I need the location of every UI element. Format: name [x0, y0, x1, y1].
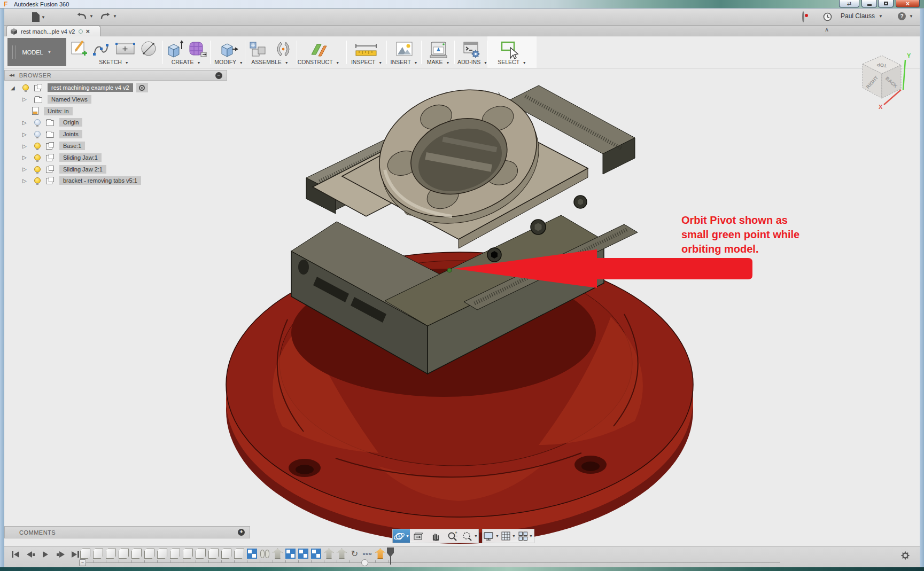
ribbon-group-insert[interactable]: INSERT ▼ — [391, 59, 418, 65]
timeline-feature-component[interactable] — [234, 549, 244, 559]
browser-item[interactable]: ▷Origin — [22, 117, 82, 128]
extrude-button[interactable] — [166, 40, 184, 61]
activate-component-radio[interactable] — [136, 83, 148, 92]
timeline-feature-group[interactable]: ooo — [362, 549, 372, 559]
expander-expanded-icon[interactable]: ◢ — [11, 85, 17, 91]
fit-button[interactable]: ▼ — [461, 529, 478, 543]
pan-button[interactable] — [427, 529, 444, 543]
zoom-button[interactable]: + − — [444, 529, 461, 543]
expander-collapsed-icon[interactable]: ▷ — [22, 143, 29, 149]
expander-collapsed-icon[interactable]: ▷ — [22, 178, 29, 184]
step-back-button[interactable] — [26, 550, 35, 559]
browser-header[interactable]: ◀◀ BROWSER − — [4, 70, 227, 81]
timeline-zoom-button[interactable] — [361, 559, 368, 566]
browser-item-label[interactable]: Base:1 — [59, 142, 85, 150]
record-button[interactable] — [802, 12, 804, 22]
new-component-button[interactable] — [249, 41, 267, 60]
user-menu[interactable]: Paul Clauss ▼ — [841, 12, 883, 20]
timeline-feature-component[interactable] — [144, 549, 154, 559]
timeline-feature-extrude[interactable] — [273, 549, 283, 559]
file-menu-button[interactable]: ▼ — [32, 12, 45, 22]
timeline-feature-circular-pattern[interactable]: ↻ — [350, 549, 360, 559]
expander-collapsed-icon[interactable]: ▷ — [22, 96, 29, 102]
timeline-track[interactable] — [80, 562, 780, 563]
comments-panel[interactable]: COMMENTS + — [4, 526, 250, 538]
ribbon-group-inspect[interactable]: INSPECT ▼ — [351, 59, 382, 65]
step-forward-button[interactable] — [56, 550, 65, 559]
ribbon-group-make[interactable]: MAKE ▼ — [427, 59, 450, 65]
visibility-bulb-icon[interactable] — [34, 143, 41, 149]
history-button[interactable] — [823, 12, 832, 24]
minimize-button[interactable] — [861, 0, 877, 7]
visibility-bulb-icon[interactable] — [22, 84, 29, 91]
browser-item-label[interactable]: Sliding Jaw:1 — [59, 153, 102, 162]
expander-collapsed-icon[interactable]: ▷ — [22, 154, 29, 160]
help-menu[interactable]: ? ▼ — [898, 12, 913, 20]
timeline-feature-joint[interactable] — [260, 549, 270, 559]
collapse-toolbar-chevron[interactable]: ∧ — [825, 26, 829, 33]
ribbon-group-assemble[interactable]: ASSEMBLE ▼ — [251, 59, 288, 65]
timeline-scrub-handle[interactable]: − — [79, 559, 86, 566]
visibility-bulb-icon[interactable] — [34, 154, 41, 161]
browser-item-label[interactable]: Named Views — [48, 95, 91, 104]
browser-item[interactable]: ◢rest machining example v4 v2 — [11, 82, 148, 93]
go-to-start-button[interactable] — [11, 550, 20, 559]
timeline-feature-component[interactable] — [183, 549, 193, 559]
timeline-feature-insert[interactable] — [298, 549, 308, 559]
browser-item[interactable]: ▷Named Views — [22, 94, 91, 105]
collapse-panel-icon[interactable]: ◀◀ — [9, 73, 14, 77]
timeline-feature-component[interactable] — [131, 549, 142, 559]
swap-windows-button[interactable]: ⇄ — [839, 0, 859, 7]
close-button[interactable]: × — [896, 0, 920, 7]
browser-item-label[interactable]: Units: in — [44, 107, 73, 115]
construct-plane-button[interactable] — [310, 40, 329, 61]
timeline-feature-component[interactable] — [196, 549, 206, 559]
timeline-feature-component[interactable] — [93, 549, 103, 559]
browser-item[interactable]: ▷Base:1 — [22, 140, 85, 151]
create-sketch-button[interactable] — [71, 40, 88, 60]
browser-options-button[interactable]: − — [215, 72, 222, 79]
ribbon-group-select[interactable]: SELECT ▼ — [498, 59, 526, 65]
timeline-feature-component[interactable] — [157, 549, 167, 559]
go-to-end-button[interactable] — [71, 550, 80, 559]
3d-viewport[interactable] — [4, 68, 920, 546]
browser-item-label[interactable]: Origin — [59, 118, 82, 127]
expander-collapsed-icon[interactable]: ▷ — [22, 131, 29, 137]
rectangle-button[interactable] — [115, 43, 136, 58]
visibility-bulb-icon[interactable] — [34, 166, 41, 173]
timeline-settings-button[interactable] — [900, 551, 910, 562]
ribbon-group-create[interactable]: CREATE ▼ — [172, 59, 201, 65]
timeline-feature-component[interactable] — [208, 549, 219, 559]
browser-item[interactable]: ▷Sliding Jaw:1 — [22, 152, 102, 163]
maximize-button[interactable] — [878, 0, 894, 7]
timeline-feature-component[interactable] — [221, 549, 231, 559]
timeline-feature-insert[interactable] — [311, 549, 321, 559]
display-settings-button[interactable]: ▼ — [483, 529, 500, 543]
redo-button[interactable]: ▼ — [99, 12, 117, 20]
spline-button[interactable] — [92, 42, 111, 59]
press-pull-button[interactable] — [220, 40, 239, 61]
visibility-bulb-icon[interactable] — [34, 177, 41, 184]
timeline-feature-insert[interactable] — [247, 549, 257, 559]
timeline-feature-extrude[interactable] — [337, 549, 347, 559]
timeline-feature-component[interactable] — [80, 549, 90, 559]
play-button[interactable] — [41, 550, 50, 559]
ribbon-group-construct[interactable]: CONSTRUCT ▼ — [298, 59, 340, 65]
undo-button[interactable]: ▼ — [76, 12, 94, 20]
browser-item-label[interactable]: bracket - removing tabs v5:1 — [59, 176, 141, 185]
workspace-selector[interactable]: MODEL▼ — [7, 38, 66, 66]
browser-item[interactable]: ▷bracket - removing tabs v5:1 — [22, 175, 141, 186]
ribbon-group-addins[interactable]: ADD-INS ▼ — [457, 59, 487, 65]
timeline-feature-active[interactable] — [375, 549, 385, 559]
joint-button[interactable] — [274, 40, 292, 60]
browser-item-label[interactable]: rest machining example v4 v2 — [48, 83, 133, 92]
ribbon-group-sketch[interactable]: SKETCH ▼ — [99, 59, 128, 65]
visibility-bulb-icon[interactable] — [34, 131, 41, 137]
timeline-feature-extrude[interactable] — [324, 549, 334, 559]
visibility-bulb-icon[interactable] — [34, 119, 41, 126]
document-tab[interactable]: rest mach...ple v4 v2 × — [6, 26, 100, 36]
browser-item[interactable]: ▷Joints — [22, 129, 82, 139]
grid-and-snaps-button[interactable]: ▼ — [500, 529, 517, 543]
insert-button[interactable] — [395, 41, 414, 59]
timeline-feature-insert[interactable] — [285, 549, 296, 559]
